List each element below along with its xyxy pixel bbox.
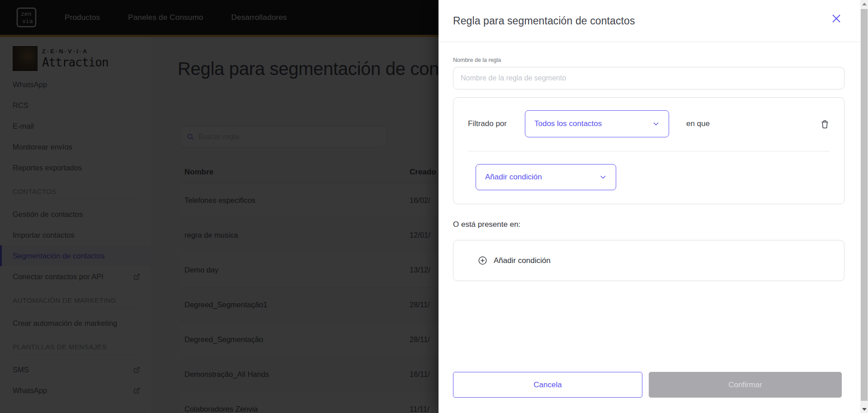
chevron-down-icon xyxy=(599,173,608,182)
plus-circle-icon xyxy=(478,256,487,265)
close-icon[interactable] xyxy=(830,13,842,24)
trash-icon[interactable] xyxy=(820,119,830,129)
cancel-button[interactable]: Cancela xyxy=(453,372,642,398)
drawer-footer: Cancela Confirmar xyxy=(453,372,842,398)
chevron-down-icon xyxy=(651,119,660,128)
scroll-down-arrow[interactable] xyxy=(860,405,868,413)
add-condition-select[interactable]: Añadir condición xyxy=(476,164,616,190)
filter-condition-card: Filtrado por Todos los contactos en que xyxy=(453,97,844,204)
contacts-scope-select[interactable]: Todos los contactos xyxy=(525,110,669,137)
card-divider xyxy=(468,151,830,151)
scroll-up-arrow[interactable] xyxy=(860,0,868,8)
drawer-header: Regla para segmentación de contactos xyxy=(439,0,860,42)
add-condition-button[interactable]: Añadir condición xyxy=(453,240,844,281)
scrollbar-thumb[interactable] xyxy=(861,9,868,401)
rule-name-label: Nombre de la regla xyxy=(453,57,844,63)
app-window: zen via Productos Paneles de Consumo Des… xyxy=(0,0,868,413)
drawer-title: Regla para segmentación de contactos xyxy=(453,15,635,27)
or-present-label: O está presente en: xyxy=(453,220,844,229)
rule-name-input[interactable] xyxy=(453,67,844,89)
confirm-button[interactable]: Confirmar xyxy=(649,372,842,398)
drawer-body: Nombre de la regla Filtrado por Todos lo… xyxy=(439,42,860,281)
en-que-label: en que xyxy=(686,119,710,128)
segment-rule-drawer: Regla para segmentación de contactos Nom… xyxy=(439,0,860,413)
browser-scrollbar xyxy=(860,0,868,413)
filtered-by-label: Filtrado por xyxy=(468,119,507,128)
